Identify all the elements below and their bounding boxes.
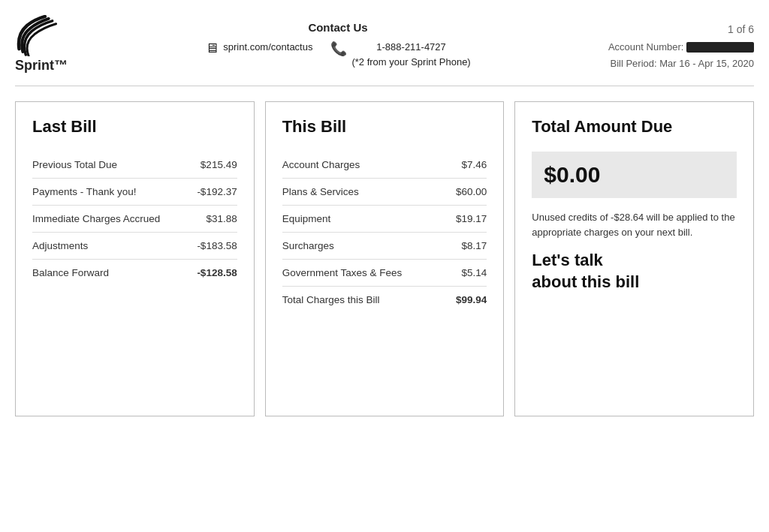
account-number-row: Account Number: (608, 39, 754, 56)
phone-note: (*2 from your Sprint Phone) (351, 55, 470, 70)
table-row: Surcharges $8.17 (282, 233, 487, 260)
row-value: $215.49 (201, 159, 237, 170)
total-due-title: Total Amount Due (532, 117, 737, 137)
account-label: Account Number: (608, 41, 683, 53)
row-label: Equipment (282, 213, 331, 224)
table-row: Plans & Services $60.00 (282, 179, 487, 206)
total-amount-box: $0.00 (532, 152, 737, 198)
credit-note: Unused credits of -$28.64 will be applie… (532, 210, 737, 239)
phone-details: 1-888-211-4727 (*2 from your Sprint Phon… (351, 40, 470, 69)
table-row: Previous Total Due $215.49 (32, 152, 237, 179)
row-value: $31.88 (206, 213, 237, 224)
last-bill-card: Last Bill Previous Total Due $215.49 Pay… (15, 101, 255, 416)
phone-number: 1-888-211-4727 (351, 40, 470, 55)
row-value: $7.46 (462, 159, 487, 170)
account-number-redacted (686, 42, 754, 53)
row-label: Previous Total Due (32, 159, 117, 170)
bill-period-value: Mar 16 - Apr 15, 2020 (659, 58, 754, 69)
row-label: Total Charges this Bill (282, 294, 380, 305)
row-value: $99.94 (456, 294, 487, 305)
cards-row: Last Bill Previous Total Due $215.49 Pay… (15, 101, 754, 416)
web-icon: 🖥 (205, 41, 219, 56)
table-row: Equipment $19.17 (282, 206, 487, 233)
last-bill-title: Last Bill (32, 117, 237, 137)
row-label: Surcharges (282, 240, 334, 251)
table-row: Immediate Charges Accrued $31.88 (32, 206, 237, 233)
row-label: Government Taxes & Fees (282, 267, 403, 278)
logo-text: Sprint™ (15, 58, 68, 74)
web-contact: 🖥 sprint.com/contactus (205, 40, 312, 56)
row-label: Balance Forward (32, 267, 109, 278)
this-bill-card: This Bill Account Charges $7.46 Plans & … (265, 101, 505, 416)
table-row: Balance Forward -$128.58 (32, 260, 237, 286)
total-due-card: Total Amount Due $0.00 Unused credits of… (514, 101, 754, 416)
web-url: sprint.com/contactus (223, 40, 312, 55)
last-bill-rows: Previous Total Due $215.49 Payments - Th… (32, 152, 237, 286)
row-label: Plans & Services (282, 186, 359, 197)
phone-icon: 📞 (330, 41, 347, 57)
row-label: Payments - Thank you! (32, 186, 137, 197)
row-value: -$192.37 (197, 186, 237, 197)
page-indicator: 1 of 6 (608, 21, 754, 39)
table-row: Account Charges $7.46 (282, 152, 487, 179)
row-value: $8.17 (462, 240, 487, 251)
row-label: Adjustments (32, 240, 88, 251)
row-value: -$183.58 (197, 240, 237, 251)
contact-us-title: Contact Us (68, 21, 608, 34)
lets-talk-line1: Let's talk (532, 250, 737, 272)
account-info: 1 of 6 Account Number: Bill Period: Mar … (608, 15, 754, 72)
table-row: Payments - Thank you! -$192.37 (32, 179, 237, 206)
bill-period-row: Bill Period: Mar 16 - Apr 15, 2020 (608, 56, 754, 72)
table-row: Total Charges this Bill $99.94 (282, 287, 487, 313)
bill-period-label: Bill Period: (610, 58, 656, 69)
this-bill-rows: Account Charges $7.46 Plans & Services $… (282, 152, 487, 313)
row-value: -$128.58 (197, 267, 237, 278)
table-row: Adjustments -$183.58 (32, 233, 237, 260)
row-value: $5.14 (462, 267, 487, 278)
this-bill-title: This Bill (282, 117, 487, 137)
total-amount-value: $0.00 (544, 162, 725, 188)
sprint-logo-icon (15, 15, 60, 56)
contact-us-section: Contact Us 🖥 sprint.com/contactus 📞 1-88… (68, 15, 608, 69)
phone-contact: 📞 1-888-211-4727 (*2 from your Sprint Ph… (330, 40, 470, 69)
logo-area: Sprint™ (15, 15, 68, 74)
row-value: $60.00 (456, 186, 487, 197)
page-header: Sprint™ Contact Us 🖥 sprint.com/contactu… (15, 15, 754, 86)
lets-talk: Let's talk about this bill (532, 250, 737, 293)
lets-talk-line2: about this bill (532, 272, 737, 293)
row-value: $19.17 (456, 213, 487, 224)
row-label: Account Charges (282, 159, 360, 170)
contact-methods: 🖥 sprint.com/contactus 📞 1-888-211-4727 … (68, 40, 608, 69)
row-label: Immediate Charges Accrued (32, 213, 160, 224)
table-row: Government Taxes & Fees $5.14 (282, 260, 487, 287)
